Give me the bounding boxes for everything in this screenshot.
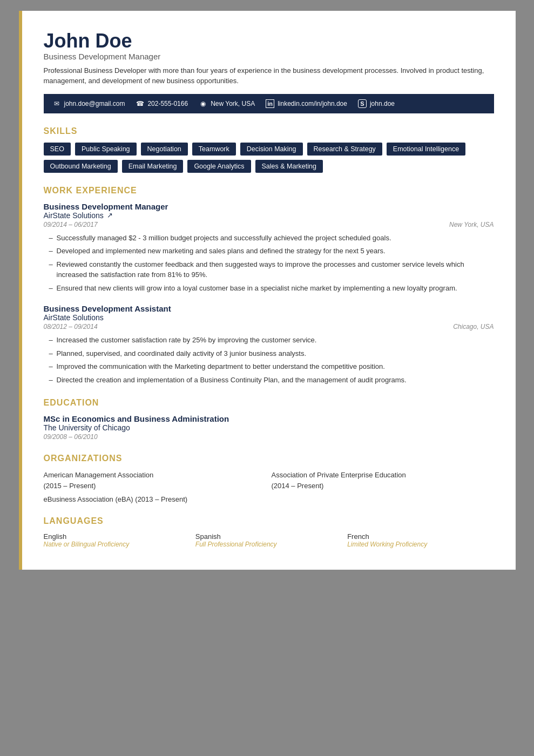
org-item: Association of Private Enterprise Educat… bbox=[272, 470, 494, 491]
lang-name: Spanish bbox=[195, 532, 342, 541]
lang-name: French bbox=[347, 532, 494, 541]
job-item: Business Development Manager AirState So… bbox=[44, 202, 494, 294]
language-item: Spanish Full Professional Proficiency bbox=[195, 532, 342, 548]
bullet-item: Planned, supervised, and coordinated dai… bbox=[49, 348, 494, 359]
job-item: Business Development Assistant AirState … bbox=[44, 304, 494, 385]
languages-title: LANGUAGES bbox=[44, 516, 494, 526]
contact-phone: ☎ 202-555-0166 bbox=[136, 99, 188, 108]
company-name: AirState Solutions bbox=[44, 313, 104, 322]
skill-tag: Outbound Marketing bbox=[44, 160, 118, 173]
orgs-grid: American Management Association(2015 – P… bbox=[44, 470, 494, 491]
skype-value: john.doe bbox=[370, 100, 395, 107]
bullet-item: Improved the communication with the Mark… bbox=[49, 361, 494, 372]
languages-section: LANGUAGES English Native or Bilingual Pr… bbox=[44, 516, 494, 548]
skill-tag: Decision Making bbox=[240, 143, 303, 156]
bullet-item: Successfully managed $2 - 3 million budg… bbox=[49, 233, 494, 244]
org-years: (2014 – Present) bbox=[272, 482, 324, 490]
bullet-list: Successfully managed $2 - 3 million budg… bbox=[44, 233, 494, 294]
phone-icon: ☎ bbox=[136, 99, 144, 108]
header-section: John Doe Business Development Manager Pr… bbox=[44, 30, 494, 86]
job-date: 08/2012 – 09/2014 bbox=[44, 323, 98, 330]
org-item: American Management Association(2015 – P… bbox=[44, 470, 266, 491]
skill-tag: Sales & Marketing bbox=[255, 160, 323, 173]
organizations-title: ORGANIZATIONS bbox=[44, 454, 494, 463]
candidate-summary: Professional Business Developer with mor… bbox=[44, 65, 494, 86]
lang-level: Limited Working Proficiency bbox=[347, 541, 494, 548]
skill-tag: Email Marketing bbox=[122, 160, 184, 173]
resume-document: John Doe Business Development Manager Pr… bbox=[19, 11, 516, 570]
contact-bar: ✉ john.doe@gmail.com ☎ 202-555-0166 ◉ Ne… bbox=[44, 94, 494, 113]
jobs-container: Business Development Manager AirState So… bbox=[44, 202, 494, 386]
skill-tag: Google Analytics bbox=[187, 160, 251, 173]
org-single-item: eBusiness Association (eBA) (2013 – Pres… bbox=[44, 495, 494, 503]
skill-tag: Public Speaking bbox=[75, 143, 137, 156]
contact-email: ✉ john.doe@gmail.com bbox=[52, 99, 125, 108]
bullet-item: Increased the customer satisfaction rate… bbox=[49, 335, 494, 346]
candidate-title: Business Development Manager bbox=[44, 52, 494, 61]
job-location: Chicago, USA bbox=[453, 323, 494, 330]
education-section: EDUCATION MSc in Economics and Business … bbox=[44, 398, 494, 441]
bullet-item: Reviewed constantly the customer feedbac… bbox=[49, 259, 494, 280]
education-title: EDUCATION bbox=[44, 398, 494, 408]
company-line: AirState Solutions ↗ bbox=[44, 211, 494, 220]
org-name: Association of Private Enterprise Educat… bbox=[272, 471, 406, 479]
org-name: American Management Association bbox=[44, 471, 154, 479]
skill-tag: Emotional Intelligence bbox=[387, 143, 465, 156]
linkedin-icon: in bbox=[266, 99, 274, 108]
bullet-item: Developed and implemented new marketing … bbox=[49, 246, 494, 256]
job-title: Business Development Assistant bbox=[44, 304, 494, 313]
work-experience-title: WORK EXPERIENCE bbox=[44, 186, 494, 195]
org-years: (2015 – Present) bbox=[44, 482, 96, 490]
job-title: Business Development Manager bbox=[44, 202, 494, 211]
date-location: 08/2012 – 09/2014 Chicago, USA bbox=[44, 323, 494, 330]
lang-level: Full Professional Proficiency bbox=[195, 541, 342, 548]
job-location: New York, USA bbox=[449, 221, 494, 228]
location-value: New York, USA bbox=[211, 100, 255, 107]
edu-degree: MSc in Economics and Business Administra… bbox=[44, 414, 494, 423]
skill-tag: SEO bbox=[44, 143, 71, 156]
education-item: MSc in Economics and Business Administra… bbox=[44, 414, 494, 441]
language-item: French Limited Working Proficiency bbox=[347, 532, 494, 548]
lang-level: Native or Bilingual Proficiency bbox=[44, 541, 190, 548]
bullet-list: Increased the customer satisfaction rate… bbox=[44, 335, 494, 385]
skype-icon: S bbox=[358, 99, 367, 108]
skills-tags-container: SEOPublic SpeakingNegotiationTeamworkDec… bbox=[44, 143, 494, 173]
email-icon: ✉ bbox=[52, 99, 61, 108]
contact-location: ◉ New York, USA bbox=[199, 99, 255, 108]
contact-linkedin: in linkedin.com/in/john.doe bbox=[266, 99, 347, 108]
company-line: AirState Solutions bbox=[44, 313, 494, 322]
skill-tag: Research & Strategy bbox=[307, 143, 382, 156]
skill-tag: Negotiation bbox=[141, 143, 188, 156]
linkedin-value: linkedin.com/in/john.doe bbox=[278, 100, 347, 107]
lang-grid: English Native or Bilingual Proficiency … bbox=[44, 532, 494, 548]
candidate-name: John Doe bbox=[44, 30, 494, 52]
skills-section: SKILLS SEOPublic SpeakingNegotiationTeam… bbox=[44, 126, 494, 173]
email-value: john.doe@gmail.com bbox=[64, 100, 125, 107]
edu-school: The University of Chicago bbox=[44, 423, 494, 432]
contact-skype: S john.doe bbox=[358, 99, 395, 108]
job-date: 09/2014 – 06/2017 bbox=[44, 221, 98, 228]
phone-value: 202-555-0166 bbox=[147, 100, 188, 107]
company-name: AirState Solutions bbox=[44, 211, 104, 220]
lang-name: English bbox=[44, 532, 190, 541]
bullet-item: Ensured that new clients will grow into … bbox=[49, 283, 494, 294]
company-link-icon[interactable]: ↗ bbox=[107, 211, 113, 219]
education-container: MSc in Economics and Business Administra… bbox=[44, 414, 494, 441]
skill-tag: Teamwork bbox=[192, 143, 236, 156]
bullet-item: Directed the creation and implementation… bbox=[49, 375, 494, 386]
work-experience-section: WORK EXPERIENCE Business Development Man… bbox=[44, 186, 494, 386]
organizations-section: ORGANIZATIONS American Management Associ… bbox=[44, 454, 494, 503]
language-item: English Native or Bilingual Proficiency bbox=[44, 532, 190, 548]
date-location: 09/2014 – 06/2017 New York, USA bbox=[44, 221, 494, 228]
skills-title: SKILLS bbox=[44, 126, 494, 136]
location-icon: ◉ bbox=[199, 99, 207, 108]
edu-date: 09/2008 – 06/2010 bbox=[44, 433, 494, 441]
